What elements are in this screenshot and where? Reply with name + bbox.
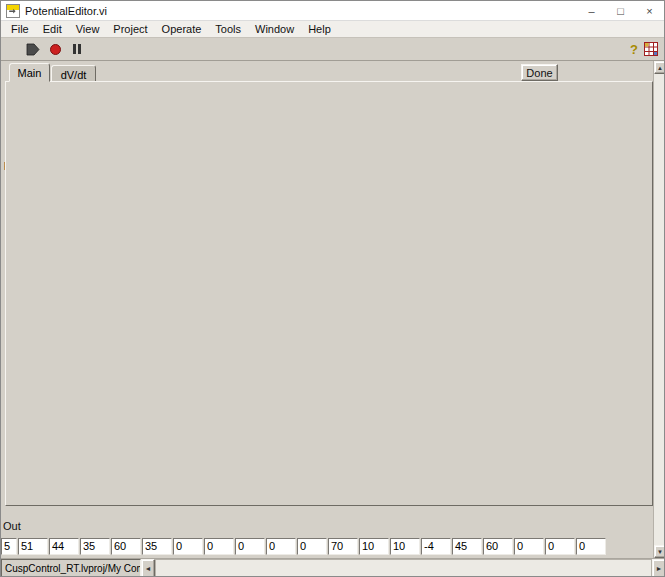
out-cell-1[interactable]: 51 [18, 538, 48, 555]
window-title: PotentialEditor.vi [25, 5, 107, 17]
labview-app-icon [6, 4, 20, 18]
menu-tools[interactable]: Tools [208, 22, 248, 36]
out-cell-2[interactable]: 44 [49, 538, 79, 555]
out-cell-12[interactable]: 10 [359, 538, 389, 555]
out-cell-14[interactable]: -4 [421, 538, 451, 555]
menu-view[interactable]: View [69, 22, 107, 36]
statusbar: CuspControl_RT.lvproj/My Computer ◄ ► [1, 558, 665, 577]
out-cell-19[interactable]: 0 [576, 538, 606, 555]
menu-window[interactable]: Window [248, 22, 301, 36]
out-cell-9[interactable]: 0 [266, 538, 296, 555]
palette-grid-icon[interactable] [644, 42, 658, 56]
out-cell-17[interactable]: 0 [514, 538, 544, 555]
scroll-up-icon[interactable]: ▲ [654, 61, 665, 74]
out-label: Out [3, 520, 21, 532]
menubar: FileEditViewProjectOperateToolsWindowHel… [1, 21, 664, 38]
out-cell-15[interactable]: 45 [452, 538, 482, 555]
out-cell-4[interactable]: 60 [111, 538, 141, 555]
pause-bars-icon [72, 43, 82, 55]
titlebar: PotentialEditor.vi – □ × [1, 1, 664, 21]
help-icon[interactable]: ? [630, 42, 638, 57]
abort-button[interactable] [45, 40, 65, 58]
out-cell-16[interactable]: 60 [483, 538, 513, 555]
done-button[interactable]: Done [521, 64, 558, 81]
tab-page-main [5, 81, 653, 506]
out-cell-7[interactable]: 0 [204, 538, 234, 555]
scroll-down-icon[interactable]: ▼ [654, 545, 665, 558]
out-cell-13[interactable]: 10 [390, 538, 420, 555]
out-cell-8[interactable]: 0 [235, 538, 265, 555]
out-cell-10[interactable]: 0 [297, 538, 327, 555]
tab-dvdt[interactable]: dV/dt [51, 65, 96, 82]
out-cell-5[interactable]: 35 [142, 538, 172, 555]
run-arrow-icon [26, 43, 40, 56]
pause-button[interactable] [67, 40, 87, 58]
out-cell-6[interactable]: 0 [173, 538, 203, 555]
out-values-row: 5514435603500000701010-44560000 [1, 538, 653, 555]
horizontal-scrollbar[interactable] [155, 559, 652, 577]
toolbar: ? [1, 38, 664, 61]
close-button[interactable]: × [635, 1, 664, 20]
menu-help[interactable]: Help [301, 22, 338, 36]
out-cell-0[interactable]: 5 [1, 538, 17, 555]
vertical-scrollbar[interactable]: ▲ ▼ [653, 61, 665, 558]
labview-window: PotentialEditor.vi – □ × FileEditViewPro… [0, 0, 665, 577]
maximize-button[interactable]: □ [606, 1, 635, 20]
hscroll-right-icon[interactable]: ► [652, 559, 665, 577]
menu-edit[interactable]: Edit [36, 22, 69, 36]
menu-file[interactable]: File [4, 22, 36, 36]
minimize-button[interactable]: – [577, 1, 606, 20]
hscroll-left-icon[interactable]: ◄ [141, 559, 155, 577]
out-cell-3[interactable]: 35 [80, 538, 110, 555]
abort-circle-icon [49, 43, 62, 56]
out-cell-11[interactable]: 70 [328, 538, 358, 555]
tab-main[interactable]: Main [9, 63, 50, 82]
run-button[interactable] [23, 40, 43, 58]
context-path: CuspControl_RT.lvproj/My Computer [1, 559, 141, 577]
menu-operate[interactable]: Operate [155, 22, 209, 36]
menu-project[interactable]: Project [106, 22, 154, 36]
out-cell-18[interactable]: 0 [545, 538, 575, 555]
